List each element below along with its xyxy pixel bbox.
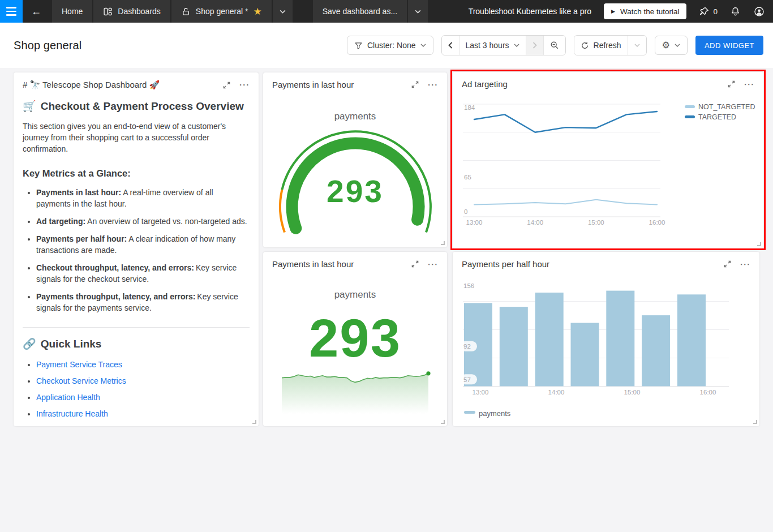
chevron-down-icon	[514, 44, 519, 47]
chevron-left-icon	[448, 42, 453, 49]
legend-item-payments[interactable]: payments	[464, 409, 511, 418]
time-back-button[interactable]	[442, 36, 459, 55]
y-axis-label: 156	[463, 282, 474, 289]
zoom-out-button[interactable]	[543, 36, 565, 55]
link-checkout-service-metrics[interactable]: Checkout Service Metrics	[36, 376, 126, 385]
pinned-items-button[interactable]: 0	[699, 6, 718, 17]
arrow-left-icon: ←	[31, 6, 41, 18]
metrics-heading: Key Metrics at a Glance:	[23, 168, 250, 179]
avatar-icon	[753, 6, 765, 18]
back-button[interactable]: ←	[23, 0, 50, 23]
tab-dashboards[interactable]: Dashboards	[93, 0, 170, 23]
markdown-heading: 🛒Checkout & Payment Process Overview	[23, 100, 250, 113]
chevron-down-icon	[280, 10, 286, 14]
link-suse-observability-documentation[interactable]: SUSE Observability Documentation	[36, 426, 161, 426]
x-axis-label: 14:00	[548, 389, 565, 396]
header-controls: Cluster: None Last 3 hours	[347, 35, 763, 55]
link-icon: 🔗	[23, 338, 36, 350]
bar-14:30[interactable]	[571, 323, 599, 387]
widget-header: # 🔭 Telescope Shop Dashboard 🚀 ⋯	[14, 72, 259, 90]
bar-14:00[interactable]	[535, 293, 564, 387]
page-header: Shop general Cluster: None Last 3 hours	[0, 23, 773, 68]
user-avatar-button[interactable]	[753, 6, 765, 18]
x-axis-label: 15:00	[624, 389, 641, 396]
link-payment-service-traces[interactable]: Payment Service Traces	[36, 360, 122, 369]
watch-tutorial-button[interactable]: ▶ Watch the tutorial	[604, 3, 686, 19]
widget-title: # 🔭 Telescope Shop Dashboard 🚀	[23, 80, 223, 90]
list-item: Application Health	[36, 392, 250, 403]
resize-handle[interactable]	[757, 242, 761, 246]
tabs-overflow-button[interactable]	[273, 0, 293, 23]
link-application-health[interactable]: Application Health	[36, 393, 100, 402]
chevron-down-icon	[415, 10, 421, 14]
bar-15:00[interactable]	[606, 291, 634, 387]
x-axis-label: 13:00	[473, 389, 489, 396]
series-line-NOT_TARGETED	[474, 200, 657, 205]
sparkline-last-point	[426, 371, 430, 375]
x-axis-label: 16:00	[649, 219, 665, 226]
chevron-down-icon	[634, 44, 640, 47]
legend-item-NOT_TARGETED[interactable]: NOT_TARGETED	[685, 103, 755, 111]
metrics-list: Payments in last hour:A real-time overvi…	[23, 187, 250, 314]
add-widget-button[interactable]: ADD WIDGET	[695, 36, 763, 55]
dashboards-icon	[103, 7, 113, 16]
chevron-right-icon	[532, 42, 537, 49]
x-axis-label: 16:00	[700, 389, 716, 396]
top-navbar: ← Home Dashboards Shop general * ★ Save …	[0, 0, 773, 23]
favorite-star-icon[interactable]: ★	[254, 7, 262, 16]
legend-item-TARGETED[interactable]: TARGETED	[685, 113, 736, 121]
time-range-button[interactable]: Last 3 hours	[459, 36, 526, 55]
refresh-button[interactable]: Refresh	[574, 36, 628, 55]
quick-links-heading: 🔗Quick Links	[23, 337, 250, 350]
filter-icon	[354, 41, 363, 50]
time-forward-button[interactable]	[526, 36, 543, 55]
svg-text:payments: payments	[479, 409, 511, 418]
pin-icon	[699, 6, 710, 17]
widget-payments-gauge: Payments in last hour ⋯ payments 293	[263, 72, 447, 247]
save-options-button[interactable]	[408, 0, 428, 23]
widget-markdown: # 🔭 Telescope Shop Dashboard 🚀 ⋯ 🛒Checko…	[14, 72, 259, 426]
list-item: SUSE Observability Documentation	[36, 425, 250, 426]
list-item: Payments in last hour:A real-time overvi…	[36, 187, 250, 209]
expand-icon[interactable]	[223, 81, 230, 89]
refresh-control: Refresh	[574, 35, 647, 55]
page-title: Shop general	[14, 39, 81, 52]
bar-16:00[interactable]	[677, 294, 706, 386]
lock-open-icon	[181, 7, 191, 16]
refresh-options-button[interactable]	[628, 36, 646, 55]
save-dashboard-as-button[interactable]: Save dashboard as...	[313, 0, 407, 23]
series-line-TARGETED	[474, 111, 657, 132]
cluster-filter-button[interactable]: Cluster: None	[347, 36, 433, 55]
bar-13:30[interactable]	[500, 307, 528, 386]
tab-home[interactable]: Home	[52, 0, 92, 23]
y-axis-label: 184	[464, 104, 475, 111]
divider	[23, 327, 250, 328]
refresh-icon	[581, 41, 589, 50]
link-infrastructure-health[interactable]: Infrastructure Health	[36, 409, 108, 418]
nav-tabs: Home Dashboards Shop general * ★	[52, 0, 293, 23]
bar-15:30[interactable]	[642, 315, 670, 386]
x-axis-label: 14:00	[527, 219, 543, 226]
resize-handle[interactable]	[252, 420, 256, 424]
pin-count: 0	[713, 7, 718, 16]
resize-handle[interactable]	[441, 420, 445, 424]
more-options-icon[interactable]: ⋯	[239, 82, 250, 88]
widget-payments-number: Payments in last hour ⋯ payments 293	[263, 252, 447, 426]
quick-links-list: Payment Service Traces Checkout Service …	[23, 359, 250, 426]
menu-button[interactable]	[0, 0, 23, 23]
sparkline-chart	[263, 252, 447, 426]
resize-handle[interactable]	[441, 241, 445, 245]
navbar-right: Troubleshoot Kubernetes like a pro ▶ Wat…	[469, 0, 773, 23]
gauge-chart	[263, 72, 447, 247]
cart-icon: 🛒	[23, 100, 36, 112]
resize-handle[interactable]	[753, 420, 757, 424]
gear-icon: ⚙	[662, 41, 670, 50]
ad-targeting-chart: 18465013:0014:0015:0016:00NOT_TARGETEDTA…	[453, 72, 763, 248]
settings-button[interactable]: ⚙	[655, 36, 688, 55]
tab-shop-general[interactable]: Shop general * ★	[171, 0, 272, 23]
list-item: Payments throughput, latency, and errors…	[36, 291, 250, 314]
list-item: Ad targeting:An overview of targeted vs.…	[36, 216, 250, 227]
notifications-button[interactable]	[730, 6, 741, 17]
markdown-intro: This section gives you an end-to-end vie…	[23, 121, 250, 155]
bell-icon	[730, 6, 741, 17]
